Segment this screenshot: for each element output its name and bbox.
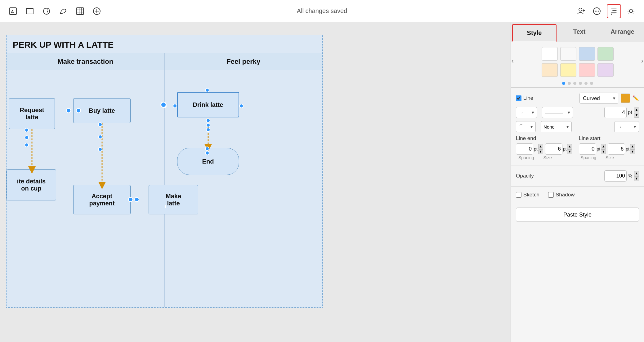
line-end-col: Line end pt ▲ ▼ pt bbox=[516, 135, 576, 155]
line-end-size-up[interactable]: ▲ bbox=[567, 144, 572, 149]
line-start-spacing-stepper: ▲ ▼ bbox=[601, 144, 606, 154]
line-start-size-down[interactable]: ▼ bbox=[630, 149, 635, 154]
swatch-lightyellow[interactable] bbox=[560, 63, 576, 77]
curve-select[interactable]: ⌒ — bbox=[516, 121, 536, 132]
svg-line-24 bbox=[629, 9, 629, 9]
format-button[interactable] bbox=[607, 4, 621, 18]
line-color-swatch[interactable] bbox=[621, 94, 630, 103]
line-end-spacing-down[interactable]: ▼ bbox=[538, 149, 543, 154]
line-dash-select[interactable]: ———— - - - - ····· bbox=[542, 107, 573, 118]
line-width-down[interactable]: ▼ bbox=[634, 113, 639, 118]
opacity-down[interactable]: ▼ bbox=[634, 176, 639, 181]
line-row: Line Curved Straight Orthogonal Sharp ▼ … bbox=[516, 93, 639, 104]
curve-icon-wrap: ⌒ — ▼ bbox=[516, 121, 536, 132]
dot-dl-top bbox=[205, 88, 209, 92]
line-end-label: Line end bbox=[516, 135, 576, 142]
spacing-label-1: Spacing bbox=[518, 155, 534, 160]
table-tool-button[interactable] bbox=[74, 6, 86, 17]
line-end-spacing-unit: pt bbox=[534, 147, 538, 151]
opacity-stepper: ▲ ▼ bbox=[634, 171, 639, 181]
box-drink-latte[interactable]: Drink latte bbox=[177, 92, 239, 117]
line-start-label: Line start bbox=[579, 135, 639, 142]
waypoint-wrap: None Straight Curved ▼ bbox=[541, 121, 572, 132]
page-dot-1 bbox=[562, 82, 565, 85]
swatch-lightred[interactable] bbox=[579, 63, 595, 77]
rectangle-tool-button[interactable] bbox=[24, 6, 35, 17]
line-style-select[interactable]: Curved Straight Orthogonal Sharp bbox=[579, 93, 618, 104]
arrow-row-1: → ← ↔ none ▼ ———— - - - - ····· ▼ bbox=[516, 107, 639, 118]
toolbar-right-actions bbox=[576, 4, 637, 18]
line-checkbox-wrap: Line bbox=[516, 95, 533, 101]
lane-body-feel-perky: Drink latte End bbox=[165, 70, 323, 307]
line-end-size-input[interactable] bbox=[545, 143, 562, 155]
swatch-lightgreen[interactable] bbox=[597, 47, 614, 61]
diagram-lanes: Make transaction Requestlatte ite detail… bbox=[7, 53, 322, 307]
add-tool-button[interactable] bbox=[91, 6, 102, 17]
size-label-2: Size bbox=[606, 155, 614, 160]
line-color-edit-icon[interactable]: ✏️ bbox=[633, 95, 639, 102]
end-arrow-select[interactable]: → ← none bbox=[614, 121, 639, 132]
swatch-grid bbox=[516, 47, 639, 77]
line-width-up[interactable]: ▲ bbox=[634, 107, 639, 112]
line-start-size-input[interactable] bbox=[608, 143, 625, 155]
page-dot-2 bbox=[568, 82, 571, 85]
add-person-button[interactable] bbox=[576, 6, 587, 17]
swatches-prev-button[interactable]: ‹ bbox=[512, 57, 514, 64]
box-buy-latte[interactable]: Buy latte bbox=[73, 98, 131, 123]
svg-point-17 bbox=[597, 11, 597, 11]
sketch-shadow-section: Sketch Shadow bbox=[511, 188, 644, 202]
swatch-lightpurple[interactable] bbox=[597, 63, 614, 77]
opacity-up[interactable]: ▲ bbox=[634, 171, 639, 176]
spacing-label-2: Spacing bbox=[581, 155, 597, 160]
swatch-lightblue[interactable] bbox=[579, 47, 595, 61]
line-end-spacing-wrap: pt ▲ ▼ bbox=[516, 143, 543, 155]
start-arrow-wrap: → ← ↔ none ▼ bbox=[516, 107, 537, 118]
brightness-button[interactable] bbox=[625, 6, 637, 17]
tab-arrange[interactable]: Arrange bbox=[601, 22, 644, 42]
line-start-spacing-input[interactable] bbox=[579, 143, 596, 155]
sketch-checkbox[interactable] bbox=[516, 192, 521, 198]
line-end-size-down[interactable]: ▼ bbox=[567, 149, 572, 154]
line-label: Line bbox=[523, 95, 533, 101]
line-start-spacing-wrap: pt ▲ ▼ bbox=[579, 143, 606, 155]
box-accept-payment[interactable]: Acceptpayment bbox=[73, 185, 131, 214]
line-start-size-wrap: pt ▲ ▼ bbox=[608, 143, 635, 155]
opacity-section: Opacity % ▲ ▼ bbox=[511, 167, 644, 185]
divider-3 bbox=[511, 186, 644, 187]
canvas-area[interactable]: PERK UP WITH A LATTE Make transaction Re… bbox=[0, 22, 511, 342]
panel-tabs: Style Text Arrange bbox=[511, 22, 644, 42]
more-button[interactable] bbox=[591, 6, 602, 17]
box-write-details[interactable]: ite detailson cup bbox=[7, 169, 56, 200]
tab-text[interactable]: Text bbox=[558, 22, 601, 42]
swatch-lightorange[interactable] bbox=[542, 63, 558, 77]
toolbar-tools: A bbox=[7, 6, 102, 17]
line-start-spacing-down[interactable]: ▼ bbox=[601, 149, 606, 154]
pen-tool-button[interactable] bbox=[58, 6, 69, 17]
divider-1 bbox=[511, 87, 644, 88]
line-checkbox[interactable] bbox=[516, 95, 521, 101]
line-end-spacing-up[interactable]: ▲ bbox=[538, 144, 543, 149]
text-tool-button[interactable]: A bbox=[7, 6, 19, 17]
swatch-lightgray[interactable] bbox=[560, 47, 576, 61]
line-end-inputs: pt ▲ ▼ pt ▲ ▼ bbox=[516, 143, 576, 155]
shadow-checkbox[interactable] bbox=[548, 192, 554, 198]
svg-point-34 bbox=[206, 123, 210, 127]
tab-style[interactable]: Style bbox=[512, 24, 557, 42]
swatch-white[interactable] bbox=[542, 47, 558, 61]
svg-point-31 bbox=[135, 197, 139, 202]
page-dot-6 bbox=[590, 82, 593, 85]
line-start-size-up[interactable]: ▲ bbox=[630, 144, 635, 149]
opacity-row: Opacity % ▲ ▼ bbox=[516, 170, 639, 182]
line-width-input[interactable] bbox=[604, 107, 627, 118]
line-start-sub-labels: Spacing Size bbox=[579, 155, 639, 160]
paste-style-button[interactable]: Paste Style bbox=[516, 208, 639, 222]
line-start-spacing-up[interactable]: ▲ bbox=[601, 144, 606, 149]
ellipse-tool-button[interactable] bbox=[41, 6, 52, 17]
start-arrow-select[interactable]: → ← ↔ none bbox=[516, 107, 537, 118]
line-end-spacing-input[interactable] bbox=[516, 143, 533, 155]
swatches-next-button[interactable]: › bbox=[641, 57, 643, 64]
opacity-input[interactable] bbox=[604, 170, 627, 182]
waypoint-select[interactable]: None Straight Curved bbox=[541, 121, 572, 132]
box-request-latte[interactable]: Requestlatte bbox=[9, 98, 55, 129]
svg-point-16 bbox=[595, 11, 596, 11]
